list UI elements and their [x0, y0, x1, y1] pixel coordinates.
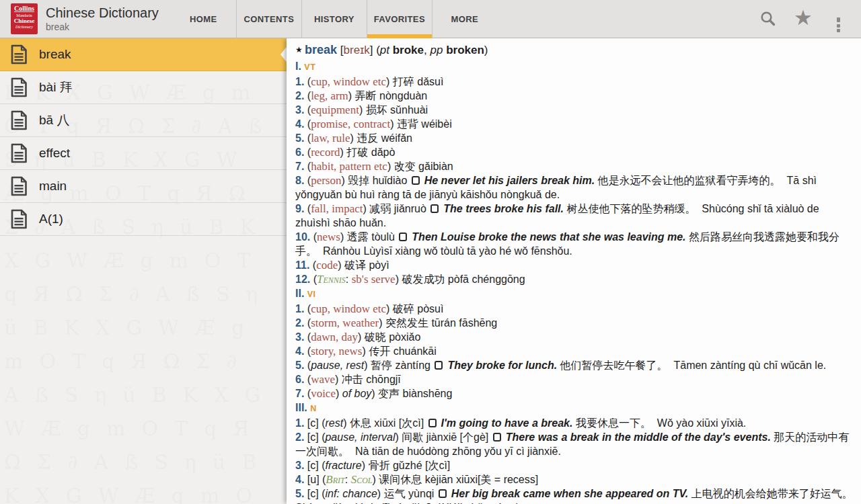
entry-line: 10. (news) 透露 tòulù Then Louise broke th…: [295, 230, 854, 258]
logo-line: Collins: [11, 5, 38, 12]
sidebar-item-break[interactable]: break: [0, 38, 287, 71]
example-marker-icon: [430, 204, 439, 213]
example-marker-icon: [435, 361, 443, 370]
entry-line: 4. [u] (Brit: Scol) 课间休息 kèjiān xiūxi[美 …: [295, 472, 854, 487]
sidebar-item-label: bā 八: [39, 112, 69, 129]
entry-line: 5. (law, rule) 违反 wéifǎn: [295, 131, 854, 145]
entry-line: 11. (code) 破译 pòyì: [295, 258, 854, 272]
action-buttons: ★: [751, 3, 856, 35]
entry-line: II. VI: [295, 286, 854, 302]
app-title: Chinese Dictionary: [46, 5, 159, 21]
app-root: Collins Mandarin Chinese Dictionary Chin…: [0, 0, 861, 504]
entry-line: 8. (person) 毁掉 huǐdiào He never let his …: [295, 173, 854, 202]
document-icon: [10, 176, 28, 196]
entry-header: ★ break [breɪk] (pt broke, pp broken): [295, 43, 854, 57]
star-icon: ★: [794, 7, 813, 28]
document-icon: [10, 143, 28, 163]
entry-line: 7. (voice) of boy) 变声 biànshēng: [295, 386, 854, 401]
collins-logo: Collins Mandarin Chinese Dictionary: [11, 3, 38, 34]
sidebar-item-label: main: [39, 179, 67, 194]
sidebar-item-label: bài 拜: [39, 79, 73, 96]
sidebar-item-b-i-[interactable]: bài 拜: [0, 71, 287, 104]
sidebar-item-label: break: [39, 47, 71, 62]
search-button[interactable]: [751, 3, 786, 35]
tab-contents[interactable]: CONTENTS: [236, 0, 301, 38]
favorites-list: breakbài 拜bā 八effectmainA(1): [0, 38, 287, 236]
tab-favorites[interactable]: FAVORITES: [367, 0, 432, 38]
example-marker-icon: [493, 433, 501, 442]
titles: Chinese Dictionary break: [46, 5, 159, 32]
sidebar-item-label: A(1): [39, 212, 63, 226]
entry-line: 1. (cup, window etc) 破碎 pòsuì: [295, 302, 854, 316]
entry-body: ★ break [breɪk] (pt broke, pp broken)I. …: [295, 43, 854, 504]
app-subtitle: break: [46, 22, 159, 32]
document-icon: [10, 209, 28, 229]
entry-line: 3. (dawn, day) 破晓 pòxiǎo: [295, 330, 854, 344]
entry-line: 1. (cup, window etc) 打碎 dǎsuì: [295, 75, 854, 89]
entry-line: 3. (equipment) 损坏 sǔnhuài: [295, 103, 854, 117]
entry-line: 4. (story, news) 传开 chuánkāi: [295, 344, 854, 358]
tab-more[interactable]: MORE: [432, 0, 497, 38]
sidebar-item-effect[interactable]: effect: [0, 137, 287, 170]
logo-line: Dictionary: [11, 25, 38, 29]
entry-line: 9. (fall, impact) 减弱 jiǎnruò The trees b…: [295, 202, 854, 230]
document-icon: [10, 110, 28, 130]
tab-home[interactable]: HOME: [171, 0, 236, 38]
entry-line: 2. (leg, arm) 弄断 nòngduàn: [295, 89, 854, 103]
document-icon: [10, 77, 28, 97]
dictionary-entry-panel[interactable]: ★ break [breɪk] (pt broke, pp broken)I. …: [287, 38, 861, 504]
favorites-sidebar: ЯΩΣ∂AßSηüBKXGWÆgmOTqЯΩΣ∂AßSηüBKXGWÆgmOTq…: [0, 38, 287, 504]
sidebar-item-main[interactable]: main: [0, 170, 287, 203]
entry-line: 6. (wave) 冲击 chōngjī: [295, 372, 854, 386]
entry-line: 1. [c] (rest) 休息 xiūxi [次cì] I'm going t…: [295, 416, 854, 430]
entry-line: III. N: [295, 401, 854, 416]
example-marker-icon: [399, 233, 407, 241]
sidebar-item-b-[interactable]: bā 八: [0, 104, 287, 137]
main-area: ЯΩΣ∂AßSηüBKXGWÆgmOTqЯΩΣ∂AßSηüBKXGWÆgmOTq…: [0, 38, 861, 504]
sidebar-item-a-1-[interactable]: A(1): [0, 203, 287, 236]
entry-line: 2. [c] (pause, interval) 间歇 jiànxiē [个gè…: [295, 430, 854, 458]
entry-line: 4. (promise, contract) 违背 wéibèi: [295, 117, 854, 131]
search-icon: [759, 10, 777, 28]
favorite-star-button[interactable]: ★: [786, 3, 821, 35]
entry-line: I. VT: [295, 59, 854, 75]
entry-line: 3. [c] (fracture) 骨折 gǔzhé [次cì]: [295, 458, 854, 472]
entry-line: 7. (habit, pattern etc) 改变 gǎibiàn: [295, 159, 854, 173]
logo-line: Chinese: [11, 18, 38, 24]
example-marker-icon: [439, 489, 447, 498]
entry-line: 5. (pause, rest) 暂停 zàntíng They broke f…: [295, 358, 854, 372]
example-marker-icon: [428, 419, 437, 427]
overflow-menu-icon: [837, 17, 840, 21]
tab-bar: HOMECONTENTSHISTORYFAVORITESMORE: [171, 0, 497, 38]
document-icon: [10, 44, 28, 65]
entry-line: 5. [c] (inf: chance) 运气 yùnqi Her big br…: [295, 487, 854, 504]
tab-history[interactable]: HISTORY: [301, 0, 367, 38]
sidebar-item-label: effect: [39, 146, 70, 161]
entry-line: 6. (record) 打破 dǎpò: [295, 145, 854, 159]
example-marker-icon: [412, 176, 420, 185]
overflow-menu-button[interactable]: [821, 3, 856, 35]
action-bar: Collins Mandarin Chinese Dictionary Chin…: [0, 0, 861, 38]
entry-line: 2. (storm, weather) 突然发生 tūrán fāshēng: [295, 316, 854, 330]
entry-line: 12. (Tennis: sb's serve) 破发成功 pòfā chéng…: [295, 272, 854, 286]
